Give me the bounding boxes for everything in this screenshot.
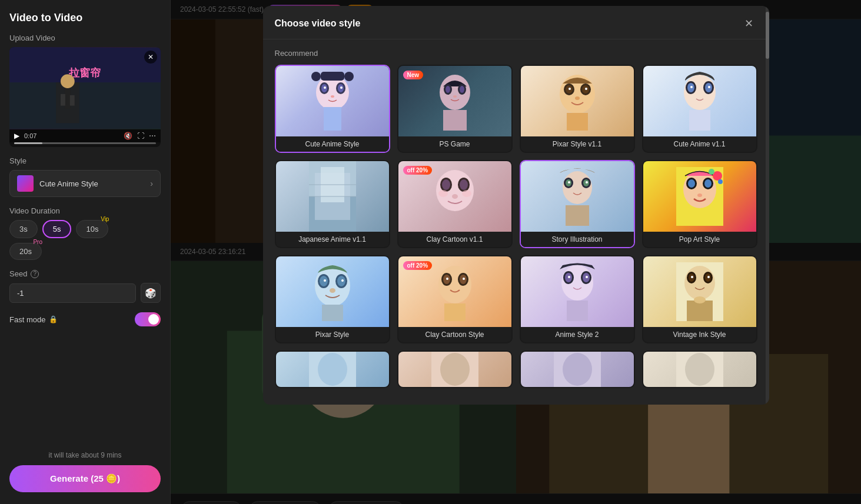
svg-point-98 xyxy=(320,276,328,286)
svg-point-99 xyxy=(337,276,345,286)
style-img-partial3 xyxy=(521,352,634,387)
main-content: 2024-03-05 22:55:52 (fast) Japanese Anim… xyxy=(171,0,861,504)
style-img-pixar xyxy=(276,256,389,327)
video-thumbnail: 拉窗帘 xyxy=(9,47,161,129)
style-card-japanese[interactable]: Japanese Anime v1.1 xyxy=(275,160,390,248)
style-img-ps-game: New xyxy=(398,66,511,136)
fullscreen-icon[interactable]: ⛶ xyxy=(137,132,144,140)
svg-point-75 xyxy=(438,190,448,197)
style-card-partial4[interactable] xyxy=(642,351,757,388)
seed-info-icon[interactable]: ? xyxy=(31,270,39,278)
svg-point-117 xyxy=(568,276,570,278)
style-card-pixar-v11[interactable]: Pixar Style v1.1 xyxy=(520,65,635,153)
style-selector[interactable]: Cute Anime Style › xyxy=(9,170,161,197)
more-options-icon[interactable]: ⋯ xyxy=(149,132,156,140)
seed-section: Seed ? -1 🎲 xyxy=(9,269,161,303)
modal-overlay[interactable]: Choose video style ✕ Recommend xyxy=(171,0,861,504)
svg-point-32 xyxy=(324,86,326,89)
svg-point-118 xyxy=(586,276,588,278)
svg-point-126 xyxy=(691,276,693,278)
style-img-story xyxy=(521,161,634,232)
style-card-clay-cartoon[interactable]: off 20% xyxy=(397,255,513,343)
svg-point-76 xyxy=(462,190,471,197)
duration-5s[interactable]: 5s xyxy=(42,220,72,238)
play-button[interactable]: ▶ xyxy=(14,132,19,140)
duration-3s[interactable]: 3s xyxy=(9,220,38,238)
style-section: Style Cute Anime Style › xyxy=(9,156,161,197)
style-card-anime2[interactable]: Anime Style 2 xyxy=(520,255,635,343)
pro-tag: Pro xyxy=(33,239,42,245)
svg-point-74 xyxy=(452,194,458,199)
style-card-partial3[interactable] xyxy=(520,351,635,388)
duration-20s[interactable]: 20sPro xyxy=(9,243,42,260)
style-card-partial2[interactable] xyxy=(397,351,513,388)
style-card-cute-v11[interactable]: Cute Anime v1.1 xyxy=(642,65,757,153)
fast-mode-row: Fast mode 🔒 xyxy=(9,312,161,326)
duration-row2: 20sPro xyxy=(9,243,161,260)
style-card-vintage[interactable]: Vintage Ink Style xyxy=(642,255,757,343)
style-img-partial1 xyxy=(276,352,389,387)
svg-point-133 xyxy=(440,353,470,386)
svg-rect-35 xyxy=(321,72,344,81)
svg-point-94 xyxy=(718,179,723,184)
svg-rect-103 xyxy=(322,305,343,321)
svg-point-61 xyxy=(708,86,710,88)
video-progress-bar[interactable] xyxy=(14,142,156,144)
svg-point-137 xyxy=(685,353,714,386)
style-img-pop-art xyxy=(643,161,756,232)
volume-icon[interactable]: 🔇 xyxy=(124,132,132,140)
app-title: Video to Video xyxy=(9,12,161,24)
fast-mode-label: Fast mode 🔒 xyxy=(9,315,58,324)
style-card-pixar[interactable]: Pixar Style xyxy=(275,255,390,343)
fast-mode-toggle[interactable] xyxy=(135,312,161,326)
svg-text:拉窗帘: 拉窗帘 xyxy=(69,66,101,79)
clay-v11-off-badge: off 20% xyxy=(403,166,433,175)
progress-fill xyxy=(14,142,42,144)
ps-game-new-badge: New xyxy=(403,71,424,79)
style-grid-row4 xyxy=(275,351,757,388)
style-card-partial1[interactable] xyxy=(275,351,390,388)
vip-tag: Vip xyxy=(101,216,109,222)
modal-close-button[interactable]: ✕ xyxy=(741,15,757,32)
style-img-pixar-v11 xyxy=(521,66,634,136)
seed-input[interactable]: -1 xyxy=(9,283,136,303)
style-card-clay-v11[interactable]: off 20% xyxy=(397,160,513,248)
svg-point-4 xyxy=(61,74,75,88)
style-grid-row3: Pixar Style off 20% xyxy=(275,255,757,343)
duration-10s[interactable]: 10sVip xyxy=(76,220,108,238)
style-label-ps-game: PS Game xyxy=(398,136,511,152)
style-label-cute-anime: Cute Anime Style xyxy=(276,136,389,152)
modal-header: Choose video style ✕ xyxy=(263,6,769,39)
modal-scrollbar[interactable] xyxy=(766,6,769,405)
svg-point-36 xyxy=(311,72,321,81)
svg-point-90 xyxy=(704,179,712,188)
chevron-right-icon: › xyxy=(150,179,153,188)
svg-point-44 xyxy=(453,95,457,98)
style-thumb xyxy=(17,175,34,192)
style-card-story[interactable]: Story Illustration xyxy=(520,160,635,248)
seed-label-row: Seed ? xyxy=(9,269,161,278)
style-card-pop-art[interactable]: Pop Art Style xyxy=(642,160,757,248)
svg-point-52 xyxy=(585,88,587,90)
svg-point-102 xyxy=(330,288,335,293)
style-grid-row2: Japanese Anime v1.1 off 20% xyxy=(275,160,757,248)
style-img-partial4 xyxy=(643,352,756,387)
svg-rect-45 xyxy=(443,110,467,131)
generate-button[interactable]: Generate (25 🪙) xyxy=(9,465,161,492)
svg-point-39 xyxy=(440,75,470,110)
svg-rect-84 xyxy=(566,205,589,226)
style-card-cute-anime[interactable]: Cute Anime Style xyxy=(275,65,390,153)
clay-cartoon-off-badge: off 20% xyxy=(403,261,433,270)
video-close-button[interactable]: ✕ xyxy=(144,51,157,64)
style-card-ps-game[interactable]: New xyxy=(397,65,513,153)
style-label-clay-cartoon: Clay Cartoon Style xyxy=(398,327,511,342)
dice-button[interactable]: 🎲 xyxy=(141,283,161,303)
svg-point-129 xyxy=(694,296,706,303)
lock-icon: 🔒 xyxy=(49,315,58,323)
style-img-partial2 xyxy=(398,352,511,387)
svg-point-37 xyxy=(344,72,354,81)
modal-title: Choose video style xyxy=(275,18,361,29)
style-label-cute-v11: Cute Anime v1.1 xyxy=(643,136,756,152)
style-label-pixar-v11: Pixar Style v1.1 xyxy=(521,136,634,152)
svg-point-82 xyxy=(568,181,570,183)
